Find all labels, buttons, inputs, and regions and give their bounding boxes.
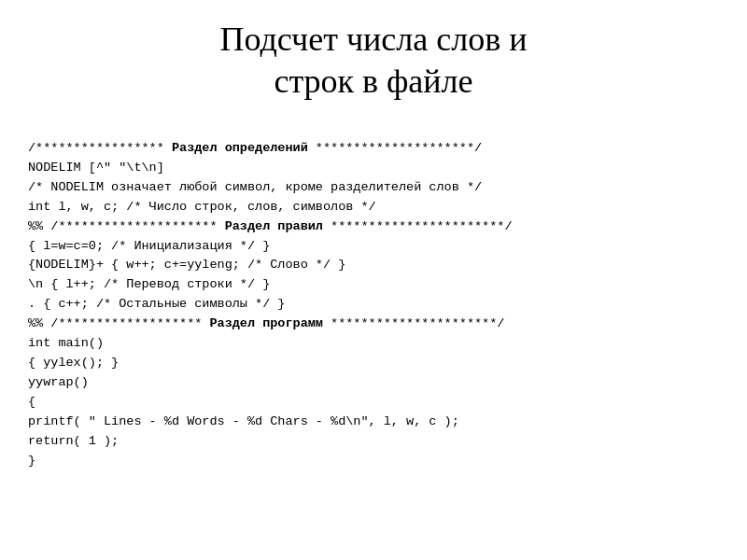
- code-line: printf( " Lines - %d Words - %d Chars - …: [28, 413, 719, 432]
- title-line2: строк в файле: [274, 63, 472, 100]
- code-line: %% /******************* Раздел программ …: [28, 315, 719, 334]
- code-line: . { c++; /* Остальные символы */ }: [28, 295, 719, 315]
- page-title: Подсчет числа слов и строк в файле: [183, 19, 565, 103]
- code-line: int main(): [28, 334, 719, 354]
- code-line: }: [28, 452, 719, 471]
- code-line: {: [28, 393, 719, 413]
- code-line: int l, w, c; /* Число строк, слов, симво…: [28, 198, 719, 217]
- title-line1: Подсчет числа слов и: [220, 21, 528, 58]
- code-line: %% /********************* Раздел правил …: [28, 217, 719, 237]
- code-line: /* NODELIM означает любой символ, кроме …: [28, 178, 719, 198]
- code-line: return( 1 );: [28, 432, 719, 452]
- code-line: NODELIM [^" "\t\n]: [28, 159, 719, 178]
- code-line: { yylex(); }: [28, 354, 719, 373]
- code-line: yywrap(): [28, 373, 719, 393]
- code-block: /***************** Раздел определений **…: [0, 119, 747, 481]
- code-line: {NODELIM}+ { w++; c+=yyleng; /* Слово */…: [28, 256, 719, 275]
- code-line: \n { l++; /* Перевод строки */ }: [28, 275, 719, 295]
- code-line: /***************** Раздел определений **…: [28, 139, 719, 159]
- code-line: { l=w=c=0; /* Инициализация */ }: [28, 237, 719, 257]
